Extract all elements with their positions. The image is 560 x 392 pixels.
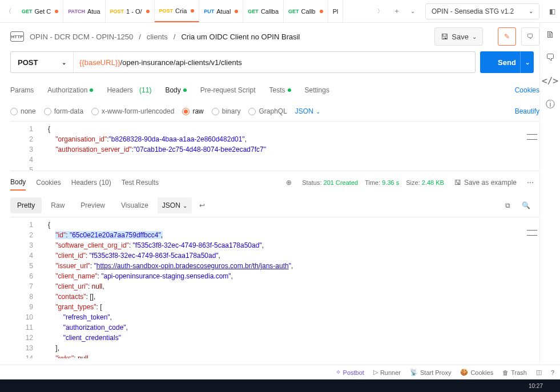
start-proxy-button[interactable]: 📡 Start Proxy xyxy=(410,369,451,376)
body-none[interactable]: none xyxy=(10,107,36,115)
body-xwww[interactable]: x-www-form-urlencoded xyxy=(91,107,174,115)
cookies-button[interactable]: 🍪 Cookies xyxy=(460,369,493,376)
url-box: POST⌄ {{baseURL}}/open-insurance/api-cli… xyxy=(10,51,476,73)
code-icon[interactable]: </> xyxy=(542,75,558,86)
breadcrumb-request: Cria um OIDC Client no OPIN Brasil xyxy=(181,33,300,41)
request-tab[interactable]: POST1 - O/ xyxy=(106,0,155,22)
new-tab[interactable]: ＋ xyxy=(389,3,405,19)
breadcrumb-collection[interactable]: OPIN - DCR DCM - OPIN-1250 xyxy=(30,33,133,41)
edit-icon[interactable]: ✎ xyxy=(498,27,516,46)
body-lang-select[interactable]: JSON⌄ xyxy=(295,107,320,115)
request-tabs: Params Authorization Headers (11) Body P… xyxy=(10,79,539,102)
gutter: 12345 xyxy=(10,122,42,171)
env-quicklook-icon[interactable]: ◧ xyxy=(544,3,560,19)
resp-tab-body[interactable]: Body xyxy=(10,178,26,191)
breadcrumb-folder[interactable]: clients xyxy=(147,33,168,41)
view-raw[interactable]: Raw xyxy=(44,197,71,213)
body-raw[interactable]: raw xyxy=(182,107,203,115)
wrap-icon[interactable]: ↩ xyxy=(194,197,210,213)
postbot-button[interactable]: ✧ Postbot xyxy=(336,369,364,376)
tab-host: GETGet CPATCHAtuaPOST1 - O/POSTCriaPUTAt… xyxy=(17,0,372,22)
tab-next[interactable]: 〉 xyxy=(372,0,389,22)
request-body-editor[interactable]: 12345 { "organisation_id":"b8268328-90da… xyxy=(10,121,539,171)
tab-settings[interactable]: Settings xyxy=(305,86,329,94)
response-body-editor[interactable]: 1234567891011121314 { "id": "65c0e21e20a… xyxy=(10,217,539,358)
request-tab[interactable]: GETGet C xyxy=(17,0,63,22)
resp-collapse-icon[interactable] xyxy=(527,230,537,236)
body-type-row: none form-data x-www-form-urlencoded raw… xyxy=(10,102,539,121)
request-tab[interactable]: PUTAtual xyxy=(199,0,243,22)
network-icon[interactable]: ⊕ xyxy=(286,179,292,187)
request-tab[interactable]: Pl xyxy=(328,0,344,22)
code-lines: { "organisation_id":"b8268328-90da-4baa-… xyxy=(10,122,539,165)
more-icon[interactable]: ⋯ xyxy=(527,179,534,187)
status-bar: ✧ Postbot ▷ Runner 📡 Start Proxy 🍪 Cooki… xyxy=(0,365,560,379)
layout-icon[interactable]: ◫ xyxy=(536,369,542,376)
collapse-icon[interactable] xyxy=(527,134,537,140)
resp-tab-testresults[interactable]: Test Results xyxy=(122,179,159,187)
tab-tests[interactable]: Tests xyxy=(269,86,291,94)
send-dropdown[interactable]: ⌄ xyxy=(520,51,534,73)
tab-menu[interactable]: ⌄ xyxy=(405,3,421,19)
resp-tab-cookies[interactable]: Cookies xyxy=(36,179,61,187)
runner-button[interactable]: ▷ Runner xyxy=(373,369,401,376)
save-button[interactable]: 🖫 Save ⌄ xyxy=(434,27,483,46)
request-tab[interactable]: GETCallb xyxy=(284,0,328,22)
view-pretty[interactable]: Pretty xyxy=(10,197,42,213)
response-lang-select[interactable]: JSON⌄ xyxy=(158,197,192,213)
send-button[interactable]: Send⌄ xyxy=(480,51,534,73)
copy-icon[interactable]: ⧉ xyxy=(499,197,515,213)
tab-body[interactable]: Body xyxy=(165,86,186,94)
trash-button[interactable]: 🗑 Trash xyxy=(502,369,527,376)
request-tab[interactable]: GETCallba xyxy=(243,0,284,22)
comment-request-icon[interactable]: 🗨 xyxy=(521,27,539,46)
request-tab[interactable]: POSTCria xyxy=(155,0,200,22)
status-group: Status: 201 Created Time: 9.36 s Size: 2… xyxy=(302,179,444,186)
http-icon: HTTP xyxy=(10,31,24,42)
help-icon[interactable]: ? xyxy=(551,369,554,376)
cookies-link[interactable]: Cookies xyxy=(515,86,539,94)
tab-prerequest[interactable]: Pre-request Script xyxy=(200,86,256,94)
comments-icon[interactable]: 🗨 xyxy=(546,52,555,63)
tab-headers[interactable]: Headers (11) xyxy=(107,86,151,94)
view-preview[interactable]: Preview xyxy=(74,197,112,213)
view-visualize[interactable]: Visualize xyxy=(114,197,155,213)
tab-prev[interactable]: 〈 xyxy=(0,0,17,22)
search-icon[interactable]: 🔍 xyxy=(518,197,534,213)
right-rail: 🗎 🗨 </> ⓘ xyxy=(539,23,560,365)
environment-label: OPIN - Sensedia STG v1.2 xyxy=(432,7,514,15)
environment-select[interactable]: OPIN - Sensedia STG v1.2⌄ xyxy=(425,3,539,19)
response-view-row: Pretty Raw Preview Visualize JSON⌄ ↩ ⧉ 🔍 xyxy=(10,194,539,217)
url-input[interactable]: {{baseURL}}/open-insurance/api-clients/v… xyxy=(74,58,248,67)
response-tabs: Body Cookies Headers (10) Test Results ⊕… xyxy=(10,171,539,194)
body-formdata[interactable]: form-data xyxy=(44,107,83,115)
request-tab[interactable]: PATCHAtua xyxy=(63,0,105,22)
doc-icon[interactable]: 🗎 xyxy=(546,30,555,40)
clock: 10:27 xyxy=(529,383,543,389)
body-graphql[interactable]: GraphQL xyxy=(248,107,287,115)
os-taskbar: 10:27 xyxy=(0,379,560,392)
resp-gutter: 1234567891011121314 xyxy=(10,217,42,358)
save-as-example[interactable]: 🖫 Save as example xyxy=(454,179,517,187)
resp-code: { "id": "65c0e21e20a7aa759dffbcc4", "sof… xyxy=(10,217,539,358)
tab-bar: 〈 GETGet CPATCHAtuaPOST1 - O/POSTCriaPUT… xyxy=(0,0,560,23)
beautify-link[interactable]: Beautify xyxy=(515,107,539,115)
info-icon[interactable]: ⓘ xyxy=(546,99,555,111)
url-row: POST⌄ {{baseURL}}/open-insurance/api-cli… xyxy=(10,51,539,73)
body-binary[interactable]: binary xyxy=(212,107,241,115)
tab-params[interactable]: Params xyxy=(10,86,34,94)
tab-authorization[interactable]: Authorization xyxy=(47,86,93,94)
method-select[interactable]: POST⌄ xyxy=(11,52,74,72)
breadcrumb-row: HTTP OPIN - DCR DCM - OPIN-1250 / client… xyxy=(10,23,539,50)
resp-tab-headers[interactable]: Headers (10) xyxy=(71,179,111,187)
